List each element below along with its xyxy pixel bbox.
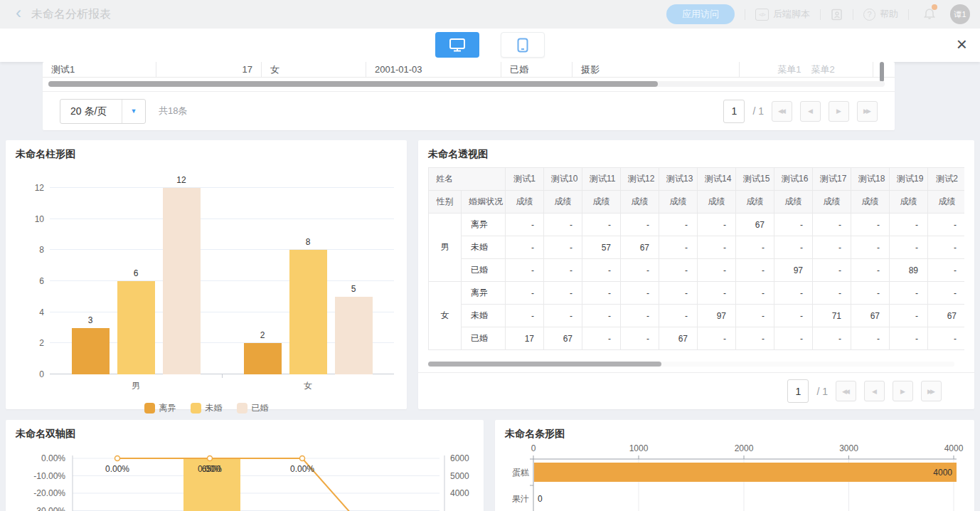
page-size-select[interactable]: 20 条/页 ▼ <box>60 99 146 124</box>
pivot-measure-header: 成绩 <box>928 191 965 214</box>
category-label: 蛋糕 <box>512 468 529 478</box>
avatar[interactable]: 谭1 <box>950 4 970 24</box>
bar <box>335 297 373 374</box>
vertical-scrollbar[interactable] <box>880 62 884 82</box>
pivot-value-cell: - <box>582 282 621 305</box>
mobile-view-button[interactable] <box>501 32 545 58</box>
bar-group: 285 <box>222 188 394 374</box>
column-chart-legend: 离异未婚已婚 <box>6 402 407 414</box>
app-access-button[interactable]: 应用访问 <box>666 4 735 24</box>
pivot-next-page-button[interactable]: ▶ <box>893 381 913 401</box>
pivot-value-cell: - <box>851 282 890 305</box>
pivot-value-cell: - <box>621 214 659 236</box>
legend-item[interactable]: 已婚 <box>237 402 269 414</box>
notifications-button[interactable] <box>923 6 936 23</box>
first-page-button[interactable]: ◀◀ <box>772 101 792 122</box>
axis-tick <box>222 374 223 378</box>
pivot-first-page-button[interactable]: ◀◀ <box>836 381 856 401</box>
report-title: 未命名分析报表 <box>31 7 111 22</box>
pivot-pagination-bar: / 1 ◀◀ ◀ ▶ ▶▶ <box>418 372 974 409</box>
close-icon[interactable]: × <box>957 35 967 53</box>
pivot-column-header: 测试11 <box>582 168 621 191</box>
pivot-value-cell: 17 <box>506 327 544 350</box>
pivot-value-cell: - <box>813 327 851 350</box>
legend-swatch <box>191 403 201 413</box>
left-axis-tick-label: -30.00% <box>33 506 65 511</box>
contacts-button[interactable] <box>831 9 843 21</box>
x-tick-label: 4000 <box>944 443 964 453</box>
pivot-value-cell: - <box>506 214 544 236</box>
pivot-value-cell: - <box>544 236 582 259</box>
y-tick-label: 6 <box>16 276 44 286</box>
legend-item[interactable]: 未婚 <box>191 402 223 414</box>
pivot-value-cell: - <box>813 214 851 236</box>
menu-link-1[interactable]: 菜单1 <box>777 62 801 77</box>
column-chart-categories: 男女 <box>50 380 394 392</box>
menu-link-2[interactable]: 菜单2 <box>811 62 835 77</box>
pivot-gender-cell: 女 <box>429 282 462 350</box>
preview-toolbar: × <box>0 28 980 62</box>
pager: / 1 ◀◀ ◀ ▶ ▶▶ <box>723 100 878 123</box>
pivot-value-cell: - <box>890 236 928 259</box>
pivot-value-cell: - <box>928 282 965 305</box>
pivot-value-cell: - <box>506 259 544 282</box>
pivot-measure-header: 成绩 <box>544 191 582 214</box>
pivot-value-cell: 67 <box>544 327 582 350</box>
backend-script-label: 后端脚本 <box>773 8 810 21</box>
cell-gender: 女 <box>262 62 366 77</box>
page-input[interactable] <box>723 100 745 123</box>
x-tick-label: 3000 <box>839 443 858 453</box>
pivot-value-cell: - <box>928 327 965 350</box>
appbar-divider <box>908 9 909 20</box>
bar-wrap: 3 <box>72 188 110 374</box>
pivot-value-cell: - <box>698 327 736 350</box>
pivot-row: 未婚--5767--------- <box>429 236 965 259</box>
pivot-status-cell: 已婚 <box>462 327 506 350</box>
desktop-view-button[interactable] <box>435 32 479 58</box>
cell-marital: 已婚 <box>501 62 572 77</box>
pivot-prev-page-button[interactable]: ◀ <box>864 381 885 401</box>
legend-label: 已婚 <box>252 402 269 414</box>
bar <box>289 250 327 374</box>
pivot-column-header: 测试13 <box>659 168 698 191</box>
back-icon[interactable]: ‹ <box>16 4 21 21</box>
dual-axis-chart: 0.00%-10.00%-20.00%-30.00%60005000400065… <box>6 420 484 511</box>
pivot-value-cell: - <box>659 214 698 236</box>
pivot-value-cell: - <box>851 214 890 236</box>
pivot-status-cell: 未婚 <box>462 305 506 327</box>
pivot-corner-header: 姓名 <box>429 168 506 191</box>
prev-page-button[interactable]: ◀ <box>800 101 821 122</box>
cell-hobby: 摄影 <box>572 62 740 77</box>
help-button[interactable]: ? 帮助 <box>863 8 898 21</box>
appbar-divider <box>853 9 853 20</box>
hbar-panel: 未命名条形图 01000200030004000蛋糕4000果汁0 <box>495 420 974 511</box>
pivot-value-cell: - <box>582 259 621 282</box>
pivot-page-input[interactable] <box>787 379 809 403</box>
horizontal-scrollbar-thumb[interactable] <box>48 81 658 87</box>
bar-value-label: 12 <box>163 175 201 185</box>
backend-script-button[interactable]: </> 后端脚本 <box>755 8 810 21</box>
next-page-button[interactable]: ▶ <box>829 101 849 122</box>
pivot-value-cell: - <box>890 282 928 305</box>
x-category-label: 女 <box>222 380 394 392</box>
hbar-chart: 01000200030004000蛋糕4000果汁0 <box>495 420 974 511</box>
pivot-measure-header: 成绩 <box>582 191 621 214</box>
pivot-value-cell: - <box>736 305 774 327</box>
pivot-hscrollbar-thumb[interactable] <box>428 362 661 367</box>
pivot-column-header: 测试12 <box>621 168 659 191</box>
pivot-dim-header: 婚姻状况 <box>462 191 506 214</box>
bar-value-label: 6 <box>117 268 155 278</box>
pivot-value-cell: 97 <box>774 259 813 282</box>
bar-value-label: 0 <box>538 494 543 504</box>
pivot-value-cell: 67 <box>928 305 965 327</box>
pivot-last-page-button[interactable]: ▶▶ <box>921 381 942 401</box>
pivot-row: 未婚-----97--7167-67- <box>429 305 965 327</box>
pivot-row: 女离异------------- <box>429 282 965 305</box>
help-label: 帮助 <box>880 8 898 21</box>
legend-item[interactable]: 离异 <box>144 402 176 414</box>
last-page-button[interactable]: ▶▶ <box>857 101 878 122</box>
right-axis-tick-label: 5000 <box>450 471 469 481</box>
table-row: 测试1 17 女 2001-01-03 已婚 摄影 菜单1 菜单2 <box>43 62 895 78</box>
pivot-row: 已婚1767--67-------- <box>429 327 965 350</box>
pivot-measure-header: 成绩 <box>736 191 774 214</box>
